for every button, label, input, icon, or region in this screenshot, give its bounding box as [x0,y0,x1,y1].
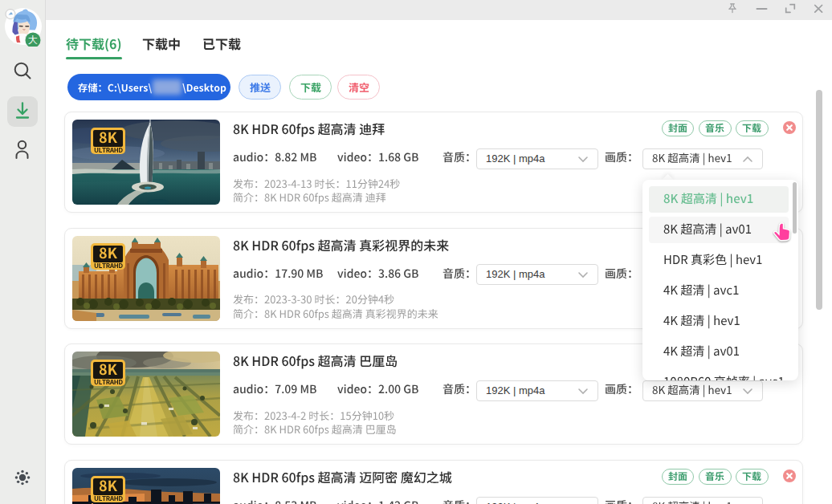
svg-text:大: 大 [28,35,38,46]
